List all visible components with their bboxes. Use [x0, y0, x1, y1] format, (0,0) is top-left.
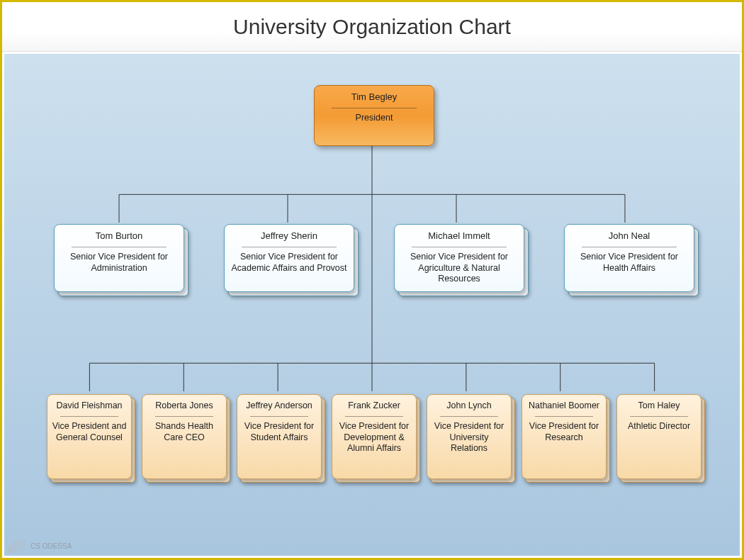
vp-name: Roberta Jones	[147, 401, 222, 413]
separator	[60, 416, 118, 417]
svp-role: Senior Vice President for Health Affairs	[569, 252, 689, 274]
diagram-frame: University Organization Chart	[0, 0, 744, 560]
node-president: Tim Begley President	[314, 85, 434, 146]
vendor-text: CS ODESSA	[30, 542, 72, 550]
vp-card: Frank Zucker Vice President for Developm…	[332, 394, 417, 479]
vp-role: Vice President and General Counsel	[52, 421, 127, 443]
separator	[332, 108, 417, 108]
vp-role: Vice President for Student Affairs	[242, 421, 317, 443]
svp-card: John Neal Senior Vice President for Heal…	[564, 224, 694, 292]
swoosh-icon	[6, 537, 26, 555]
page-title: University Organization Chart	[2, 2, 742, 52]
separator	[155, 416, 213, 417]
diagram-canvas: Tim Begley President Tom Burton Senior V…	[4, 54, 740, 556]
separator	[440, 416, 498, 417]
svp-name: Jeffrey Sherin	[229, 230, 349, 244]
svp-role: Senior Vice President for Agriculture & …	[399, 252, 519, 285]
vp-role: Vice President for University Relations	[432, 421, 507, 454]
vp-role: Vice President for Development & Alumni …	[337, 421, 412, 454]
vp-role: Vice President for Research	[526, 421, 602, 443]
vp-name: Jeffrey Anderson	[242, 401, 317, 413]
vp-name: Nathaniel Boomer	[526, 401, 602, 413]
vp-name: David Fleishman	[52, 401, 127, 413]
separator	[412, 247, 507, 247]
separator	[250, 416, 308, 417]
vendor-logo: CS ODESSA	[6, 537, 72, 555]
vp-role: Shands Health Care CEO	[147, 421, 222, 443]
vp-card: John Lynch Vice President for University…	[427, 394, 512, 479]
president-name: Tim Begley	[319, 91, 429, 105]
separator	[535, 416, 593, 417]
separator	[345, 416, 403, 417]
vp-name: Tom Haley	[621, 401, 697, 413]
vp-role: Athletic Director	[621, 421, 697, 432]
president-role: President	[319, 113, 429, 124]
vp-name: Frank Zucker	[337, 401, 412, 413]
separator	[242, 247, 337, 247]
svp-card: Jeffrey Sherin Senior Vice President for…	[224, 224, 354, 292]
svp-name: Tom Burton	[59, 230, 179, 244]
svp-name: John Neal	[569, 230, 689, 244]
svp-role: Senior Vice President for Administration	[59, 252, 179, 274]
vp-card: David Fleishman Vice President and Gener…	[47, 394, 132, 479]
svp-card: Tom Burton Senior Vice President for Adm…	[54, 224, 184, 292]
vp-name: John Lynch	[432, 401, 507, 413]
svp-role: Senior Vice President for Academic Affai…	[229, 252, 349, 274]
svp-name: Michael Immelt	[399, 230, 519, 244]
vp-card: Nathaniel Boomer Vice President for Rese…	[522, 394, 607, 479]
separator	[72, 247, 167, 247]
vp-card: Roberta Jones Shands Health Care CEO	[142, 394, 227, 479]
separator	[630, 416, 688, 417]
svp-card: Michael Immelt Senior Vice President for…	[394, 224, 524, 292]
vp-card: Tom Haley Athletic Director	[616, 394, 701, 479]
separator	[582, 247, 677, 247]
vp-card: Jeffrey Anderson Vice President for Stud…	[237, 394, 322, 479]
